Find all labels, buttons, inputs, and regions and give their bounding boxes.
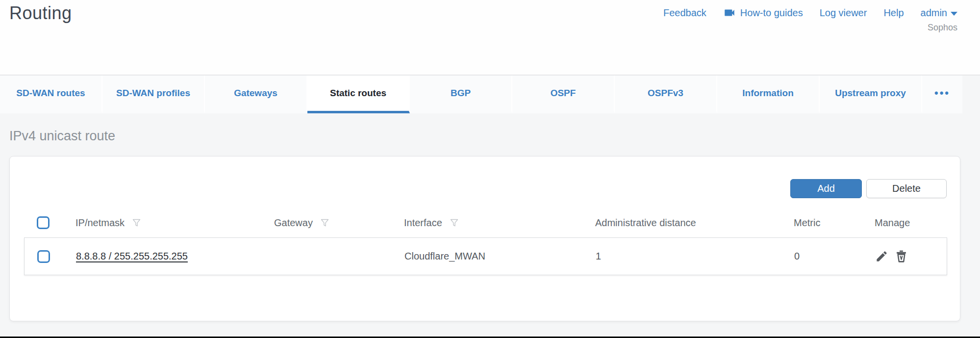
column-header-manage: Manage bbox=[861, 217, 947, 229]
row-checkbox[interactable] bbox=[37, 250, 50, 263]
tab-ospfv3[interactable]: OSPFv3 bbox=[615, 76, 717, 113]
page-title: Routing bbox=[9, 3, 72, 24]
column-header-interface: Interface bbox=[404, 217, 442, 229]
howto-guides-link[interactable]: How-to guides bbox=[723, 6, 803, 19]
funnel-icon[interactable] bbox=[449, 218, 459, 228]
help-link[interactable]: Help bbox=[883, 7, 904, 19]
column-header-gateway: Gateway bbox=[274, 217, 313, 229]
pencil-icon[interactable] bbox=[875, 250, 888, 263]
tab-overflow-ellipsis-button[interactable]: ••• bbox=[922, 76, 962, 113]
admin-user-menu[interactable]: admin bbox=[921, 7, 957, 19]
route-metric-value: 0 bbox=[781, 251, 862, 262]
delete-button[interactable]: Delete bbox=[866, 179, 947, 198]
route-administrative-distance-value: 1 bbox=[582, 251, 781, 262]
tab-ospf[interactable]: OSPF bbox=[512, 76, 615, 113]
brand-label: Sophos bbox=[928, 23, 957, 33]
howto-guides-label: How-to guides bbox=[740, 7, 803, 19]
admin-user-label: admin bbox=[921, 7, 947, 19]
log-viewer-link[interactable]: Log viewer bbox=[820, 7, 867, 19]
tab-bgp[interactable]: BGP bbox=[410, 76, 512, 113]
select-all-checkbox[interactable] bbox=[37, 216, 50, 229]
column-header-metric: Metric bbox=[780, 217, 861, 229]
tab-bar-wrap: SD-WAN routes SD-WAN profiles Gateways S… bbox=[0, 75, 980, 113]
column-header-administrative-distance: Administrative distance bbox=[582, 217, 780, 229]
tab-information[interactable]: Information bbox=[717, 76, 820, 113]
video-camera-icon bbox=[723, 6, 736, 19]
card-toolbar: Add Delete bbox=[790, 179, 947, 198]
routes-table: IP/netmask Gateway bbox=[24, 208, 947, 275]
funnel-icon[interactable] bbox=[131, 218, 142, 228]
tab-sd-wan-profiles[interactable]: SD-WAN profiles bbox=[102, 76, 205, 113]
tab-gateways[interactable]: Gateways bbox=[205, 76, 307, 113]
tab-static-routes[interactable]: Static routes bbox=[307, 76, 410, 113]
routes-card: Add Delete IP/netmask Ga bbox=[9, 156, 960, 321]
feedback-link[interactable]: Feedback bbox=[663, 7, 706, 19]
page-header: Routing Feedback How-to guides Log viewe… bbox=[0, 0, 980, 75]
chevron-down-icon bbox=[951, 12, 957, 16]
route-interface-value: Cloudflare_MWAN bbox=[391, 251, 582, 262]
table-row: 8.8.8.8 / 255.255.255.255 Cloudflare_MWA… bbox=[24, 237, 947, 275]
trash-icon[interactable] bbox=[894, 249, 908, 263]
utility-nav: Feedback How-to guides Log viewer Help a… bbox=[663, 6, 957, 19]
add-button[interactable]: Add bbox=[790, 179, 862, 198]
tab-sd-wan-routes[interactable]: SD-WAN routes bbox=[0, 76, 102, 113]
section-title: IPv4 unicast route bbox=[9, 129, 980, 144]
tab-bar: SD-WAN routes SD-WAN profiles Gateways S… bbox=[0, 76, 962, 113]
table-header-row: IP/netmask Gateway bbox=[24, 208, 947, 237]
column-header-ip-netmask: IP/netmask bbox=[75, 217, 125, 229]
funnel-icon[interactable] bbox=[320, 218, 330, 228]
route-ip-netmask-link[interactable]: 8.8.8.8 / 255.255.255.255 bbox=[76, 251, 188, 261]
tab-upstream-proxy[interactable]: Upstream proxy bbox=[820, 76, 922, 113]
